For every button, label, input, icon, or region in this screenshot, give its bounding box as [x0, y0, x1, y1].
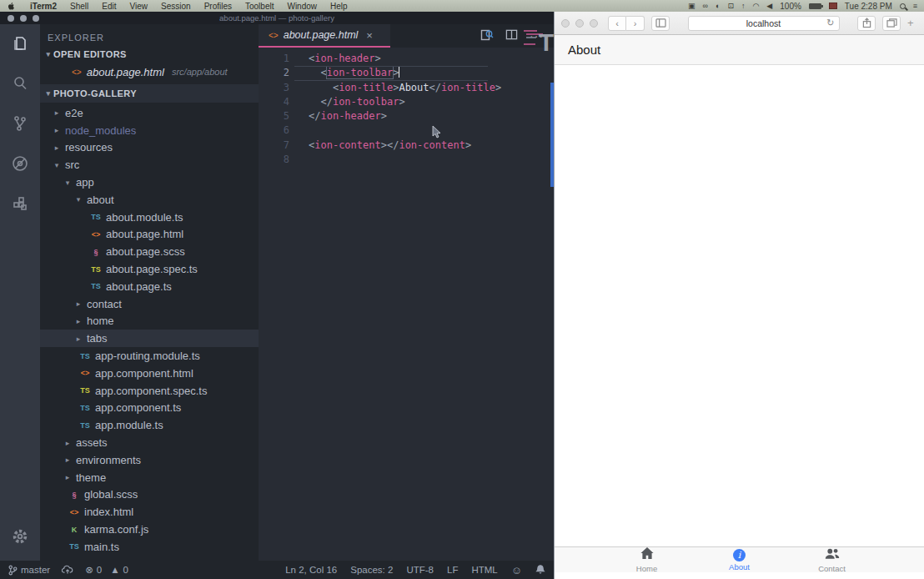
editor-tab-about-page-html[interactable]: <> about.page.html × — [259, 24, 390, 48]
open-editor-item[interactable]: <> about.page.html src/app/about — [40, 63, 259, 81]
tree-file-app-routing-module-ts[interactable]: TSapp-routing.module.ts — [40, 347, 259, 365]
status-utf-8[interactable]: UTF-8 — [406, 565, 434, 575]
problems-indicator[interactable]: ⊗0 ▲0 — [85, 564, 128, 576]
notification-center-icon[interactable]: ≡ — [913, 2, 917, 10]
code-line-6[interactable]: 6 — [259, 123, 554, 138]
reload-icon[interactable]: ↻ — [826, 18, 834, 28]
tree-folder-src[interactable]: ▾src — [40, 156, 259, 174]
code-line-3[interactable]: 3 <ion-title>About</ion-title> — [259, 81, 554, 95]
open-changes-icon[interactable] — [480, 28, 494, 44]
tab-overview-icon[interactable] — [882, 16, 901, 31]
new-tab-button[interactable]: + — [907, 17, 917, 29]
split-editor-icon[interactable] — [505, 28, 518, 44]
browser-traffic-lights[interactable] — [561, 19, 598, 28]
code-line-2[interactable]: 2 <ion-toolbar> — [259, 66, 554, 80]
status-spaces[interactable]: Spaces: 2 — [350, 565, 393, 575]
tree-file-about-page-ts[interactable]: TSabout.page.ts — [40, 278, 259, 295]
tree-folder-assets[interactable]: ▸assets — [40, 434, 259, 451]
tree-folder-node-modules[interactable]: ▸node_modules — [40, 122, 259, 139]
open-editors-section[interactable]: ▾ OPEN EDITORS — [40, 46, 259, 63]
source-control-icon[interactable] — [9, 113, 31, 134]
address-bar[interactable]: localhost ↻ — [688, 16, 840, 31]
menu-session[interactable]: Session — [154, 2, 198, 11]
tree-folder-tabs[interactable]: ▸tabs — [40, 330, 259, 347]
tree-folder-environments[interactable]: ▸environments — [40, 451, 259, 469]
zoom-window-button[interactable] — [33, 15, 39, 22]
glasses-icon[interactable]: ∞ — [703, 2, 708, 10]
volume-icon[interactable]: ◀ — [766, 2, 772, 10]
tree-file-about-page-spec-ts[interactable]: TSabout.page.spec.ts — [40, 260, 259, 278]
feedback-smiley-icon[interactable]: ☺ — [511, 564, 522, 576]
tree-folder-app[interactable]: ▾app — [40, 174, 259, 191]
back-button[interactable]: ‹ — [608, 16, 626, 31]
tab-contact[interactable]: Contact — [786, 547, 878, 572]
files-icon[interactable] — [9, 33, 31, 54]
code-line-5[interactable]: 5</ion-header> — [259, 109, 554, 123]
updates-icon[interactable]: ↑ — [741, 2, 746, 10]
tree-folder-contact[interactable]: ▸contact — [40, 295, 259, 313]
code-editor[interactable]: 1<ion-header>2 <ion-toolbar>3 <ion-title… — [259, 48, 554, 561]
code-line-4[interactable]: 4 </ion-toolbar> — [259, 95, 554, 109]
code-line-7[interactable]: 7<ion-content></ion-content> — [259, 138, 554, 153]
tree-file-main-ts[interactable]: TSmain.ts — [40, 538, 259, 556]
battery-label[interactable]: 100% — [780, 2, 801, 11]
tab-about[interactable]: iAbout — [693, 547, 786, 572]
extensions-icon[interactable] — [9, 193, 31, 214]
menu-toolbelt[interactable]: Toolbelt — [239, 2, 280, 11]
notifications-bell-icon[interactable] — [535, 564, 545, 576]
minimize-window-button[interactable] — [575, 19, 584, 28]
tree-file-app-component-ts[interactable]: TSapp.component.ts — [40, 400, 259, 417]
tree-folder-theme[interactable]: ▸theme — [40, 469, 259, 486]
tree-file-global-scss[interactable]: §global.scss — [40, 486, 259, 504]
share-icon[interactable] — [857, 16, 876, 31]
menu-iterm2[interactable]: iTerm2 — [23, 2, 63, 11]
input-source-icon[interactable] — [829, 3, 837, 9]
tree-file-index-html[interactable]: <>index.html — [40, 503, 259, 521]
code-line-8[interactable]: 8 — [259, 153, 554, 167]
settings-gear-icon[interactable] — [9, 526, 31, 547]
screen-mirroring-icon[interactable]: ▣ — [688, 2, 696, 10]
project-section[interactable]: ▾ PHOTO-GALLERY — [40, 84, 259, 103]
vscode-traffic-lights[interactable] — [8, 15, 39, 22]
vscode-titlebar[interactable]: about.page.html — photo-gallery — [0, 12, 554, 24]
menu-shell[interactable]: Shell — [63, 2, 95, 11]
apple-menu-icon[interactable] — [7, 2, 16, 11]
status-lf[interactable]: LF — [447, 565, 458, 575]
close-window-button[interactable] — [8, 15, 14, 22]
sidebar-toggle-icon[interactable] — [651, 16, 670, 31]
tree-file-karma-conf-js[interactable]: Kkarma.conf.js — [40, 521, 259, 538]
tree-file-about-page-scss[interactable]: §about.page.scss — [40, 243, 259, 260]
debug-icon[interactable] — [9, 153, 31, 174]
zoom-window-button[interactable] — [590, 19, 598, 28]
close-window-button[interactable] — [561, 19, 570, 28]
forward-button[interactable]: › — [626, 16, 645, 31]
tree-folder-e2e[interactable]: ▸e2e — [40, 104, 259, 122]
battery-icon[interactable] — [809, 3, 821, 9]
menu-edit[interactable]: Edit — [95, 2, 123, 11]
tree-file-about-module-ts[interactable]: TSabout.module.ts — [40, 209, 259, 226]
git-branch-indicator[interactable]: master — [8, 565, 50, 576]
status-html[interactable]: HTML — [471, 565, 497, 575]
minimize-window-button[interactable] — [20, 15, 27, 22]
menu-view[interactable]: View — [123, 2, 155, 11]
menu-window[interactable]: Window — [280, 2, 324, 11]
tree-folder-about[interactable]: ▾about — [40, 191, 259, 209]
tree-file-app-component-spec-ts[interactable]: TSapp.component.spec.ts — [40, 382, 259, 400]
tree-folder-home[interactable]: ▸home — [40, 313, 259, 330]
code-line-1[interactable]: 1<ion-header> — [259, 52, 554, 66]
spotlight-icon[interactable] — [900, 3, 906, 9]
search-icon[interactable] — [9, 73, 31, 94]
tree-file-app-module-ts[interactable]: TSapp.module.ts — [40, 416, 259, 434]
wifi-icon[interactable]: ◠ — [752, 2, 759, 10]
clock[interactable]: Tue 2:28 PM — [845, 2, 892, 11]
tree-folder-resources[interactable]: ▸resources — [40, 139, 259, 157]
menu-profiles[interactable]: Profiles — [198, 2, 239, 11]
tab-home[interactable]: Home — [600, 547, 693, 572]
tree-file-app-component-html[interactable]: <>app.component.html — [40, 365, 259, 382]
time-machine-icon[interactable]: ◐ — [716, 2, 720, 10]
status-ln[interactable]: Ln 2, Col 16 — [285, 565, 337, 575]
display-icon[interactable]: ⊡ — [727, 2, 734, 10]
tree-file-about-page-html[interactable]: <>about.page.html — [40, 226, 259, 244]
publish-changes-icon[interactable] — [62, 565, 73, 575]
close-tab-icon[interactable]: × — [366, 29, 373, 42]
